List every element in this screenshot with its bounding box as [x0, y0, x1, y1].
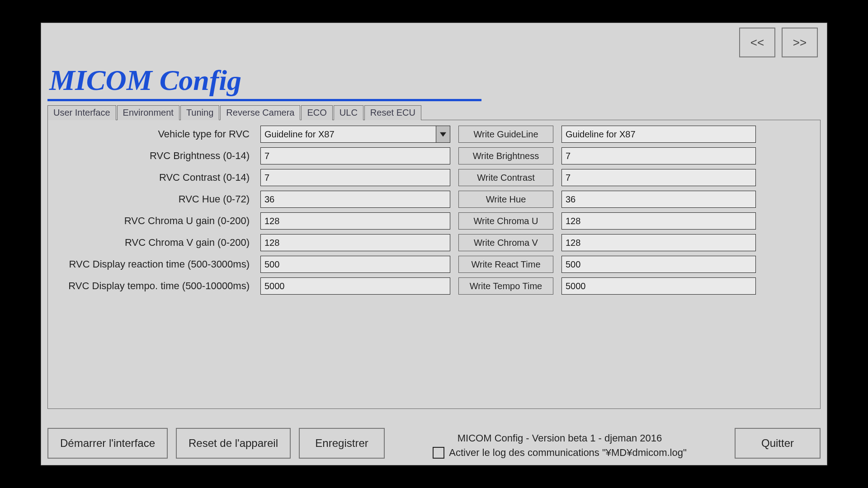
quit-button[interactable]: Quitter: [735, 428, 821, 459]
title-underline: [47, 99, 481, 101]
app-window: << >> MICOM Config User InterfaceEnviron…: [41, 23, 827, 465]
rvc-readback-value: 5000: [561, 277, 756, 295]
write-button[interactable]: Write Chroma U: [458, 212, 553, 230]
rvc-readback-value: 36: [561, 191, 756, 208]
prev-page-button[interactable]: <<: [739, 28, 775, 57]
rvc-row-label: RVC Contrast (0-14): [53, 172, 252, 183]
rvc-row-label: RVC Chroma V gain (0-200): [53, 237, 252, 249]
rvc-row-label: RVC Display reaction time (500-3000ms): [53, 258, 252, 270]
rvc-form-grid: Vehicle type for RVCWrite GuideLineGuide…: [53, 126, 815, 295]
page-nav: << >>: [739, 28, 818, 57]
rvc-value-input[interactable]: [260, 256, 450, 273]
tab-user-interface[interactable]: User Interface: [47, 105, 116, 120]
svg-marker-0: [440, 132, 446, 137]
next-page-button[interactable]: >>: [782, 28, 818, 57]
rvc-readback-value: 128: [561, 212, 756, 230]
vehicle-type-input[interactable]: [260, 126, 450, 143]
start-interface-button[interactable]: Démarrer l'interface: [47, 428, 168, 459]
tab-reverse-camera[interactable]: Reverse Camera: [220, 105, 300, 120]
rvc-row-label: Vehicle type for RVC: [53, 128, 252, 140]
tab-reset-ecu[interactable]: Reset ECU: [364, 105, 421, 120]
rvc-readback-value: 500: [561, 256, 756, 273]
write-button[interactable]: Write Brightness: [458, 147, 553, 164]
reset-device-button[interactable]: Reset de l'appareil: [176, 428, 291, 459]
footer-info: MICOM Config - Version beta 1 - djeman 2…: [393, 432, 726, 459]
vehicle-type-select[interactable]: [260, 126, 450, 143]
rvc-row-label: RVC Hue (0-72): [53, 193, 252, 205]
footer-bar: Démarrer l'interface Reset de l'appareil…: [47, 428, 821, 459]
rvc-value-input[interactable]: [260, 212, 450, 230]
rvc-readback-value: 7: [561, 147, 756, 164]
log-checkbox-label: Activer le log des communications "¥MD¥d…: [449, 447, 687, 459]
tab-strip: User InterfaceEnvironmentTuningReverse C…: [47, 105, 821, 120]
rvc-value-input[interactable]: [260, 191, 450, 208]
tab-environment[interactable]: Environment: [117, 105, 179, 120]
rvc-readback-value: 128: [561, 234, 756, 251]
rvc-row-label: RVC Brightness (0-14): [53, 150, 252, 162]
log-toggle-row: Activer le log des communications "¥MD¥d…: [433, 447, 687, 459]
rvc-row-label: RVC Display tempo. time (500-10000ms): [53, 280, 252, 292]
rvc-readback-value: 7: [561, 169, 756, 186]
tab-eco[interactable]: ECO: [301, 105, 332, 120]
rvc-value-input[interactable]: [260, 169, 450, 186]
save-button[interactable]: Enregistrer: [299, 428, 385, 459]
write-button[interactable]: Write React Time: [458, 256, 553, 273]
rvc-value-input[interactable]: [260, 234, 450, 251]
write-button[interactable]: Write Hue: [458, 191, 553, 208]
rvc-value-input[interactable]: [260, 277, 450, 295]
write-button[interactable]: Write Contrast: [458, 169, 553, 186]
tab-panel-reverse-camera: Vehicle type for RVCWrite GuideLineGuide…: [47, 120, 821, 409]
app-title: MICOM Config: [47, 64, 821, 98]
log-checkbox[interactable]: [433, 447, 444, 459]
rvc-readback-value: Guideline for X87: [561, 126, 756, 143]
write-button[interactable]: Write Tempo Time: [458, 277, 553, 295]
write-button[interactable]: Write GuideLine: [458, 126, 553, 143]
rvc-row-label: RVC Chroma U gain (0-200): [53, 215, 252, 227]
write-button[interactable]: Write Chroma V: [458, 234, 553, 251]
chevron-down-icon[interactable]: [436, 126, 450, 143]
version-label: MICOM Config - Version beta 1 - djeman 2…: [458, 432, 662, 444]
tab-tuning[interactable]: Tuning: [180, 105, 219, 120]
rvc-value-input[interactable]: [260, 147, 450, 164]
tab-ulc[interactable]: ULC: [334, 105, 363, 120]
